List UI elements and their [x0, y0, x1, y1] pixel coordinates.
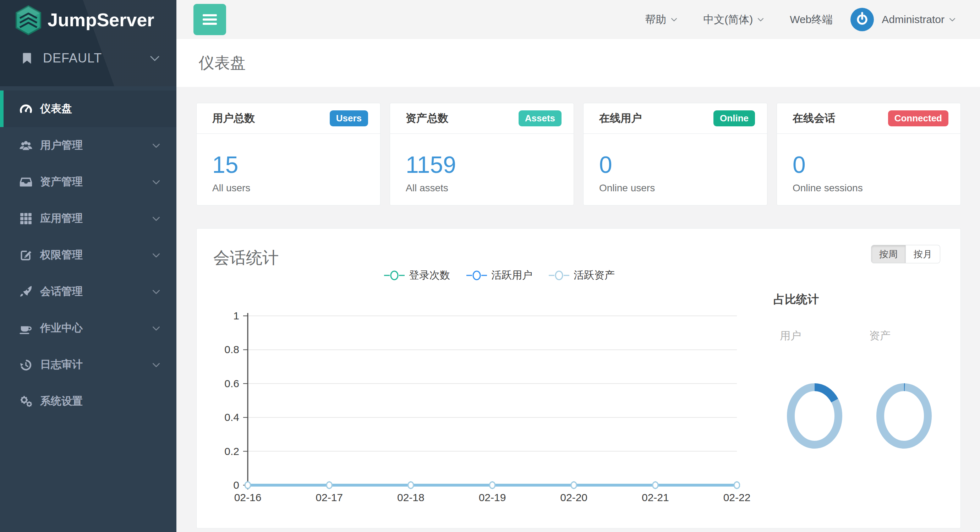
legend-marker-icon: [466, 270, 487, 281]
topbar: 帮助 中文(简体) Web终端: [177, 0, 980, 39]
chevron-down-icon: [756, 15, 765, 24]
chevron-down-icon: [151, 140, 162, 151]
svg-text:02-20: 02-20: [560, 492, 587, 503]
user-menu[interactable]: Administrator: [882, 13, 956, 25]
chart-legend: 登录次数活跃用户活跃资产: [384, 268, 631, 283]
svg-text:0: 0: [233, 479, 239, 491]
stat-title: 资产总数: [406, 111, 448, 125]
chevron-down-icon: [151, 323, 162, 333]
stat-card-header: 在线会话 Connected: [777, 103, 961, 134]
stat-value: 0: [599, 153, 751, 176]
help-menu[interactable]: 帮助: [645, 13, 678, 27]
stat-badge-0: Users: [330, 110, 368, 126]
svg-text:1: 1: [233, 310, 239, 322]
jumpserver-hexagon-logo-icon: [14, 5, 43, 35]
sidebar-item-dashboard[interactable]: 仪表盘: [0, 91, 177, 127]
stat-label: All assets: [406, 183, 558, 194]
stat-title: 用户总数: [212, 111, 255, 125]
page-heading: 仪表盘: [177, 39, 980, 87]
chevron-down-icon: [148, 51, 162, 65]
sidebar-item-applications[interactable]: 应用管理: [0, 200, 177, 237]
legend-item[interactable]: 登录次数: [384, 268, 450, 283]
ratio-label-users: 用户: [780, 329, 801, 343]
month-toggle-button[interactable]: 按月: [906, 245, 940, 264]
svg-text:02-16: 02-16: [234, 492, 262, 503]
svg-text:02-21: 02-21: [642, 492, 669, 503]
sidebar-item-assets[interactable]: 资产管理: [0, 164, 177, 200]
chevron-down-icon: [151, 286, 162, 297]
sidebar-item-label: 作业中心: [40, 321, 83, 335]
rocket-icon: [19, 284, 33, 299]
ratio-label-assets: 资产: [869, 329, 891, 343]
user-avatar[interactable]: [850, 8, 874, 31]
legend-marker-icon: [384, 270, 405, 281]
panel-title: 会话统计: [213, 247, 278, 269]
dashboard-icon: [19, 102, 33, 116]
sidebar-item-jobs[interactable]: 作业中心: [0, 310, 177, 346]
stat-card-body: 15 All users: [197, 134, 380, 194]
main-area: 帮助 中文(简体) Web终端: [177, 0, 980, 532]
ratio-donut-charts: [750, 367, 935, 463]
language-label: 中文(简体): [703, 13, 753, 27]
language-menu[interactable]: 中文(简体): [703, 13, 765, 27]
sidebar-item-settings[interactable]: 系统设置: [0, 383, 177, 419]
org-name: DEFAULT: [43, 51, 148, 66]
chevron-down-icon: [151, 177, 162, 187]
legend-item[interactable]: 活跃资产: [549, 268, 615, 283]
stat-label: Online users: [599, 183, 751, 194]
stat-badge-2: Online: [713, 110, 755, 126]
week-toggle-button[interactable]: 按周: [871, 245, 906, 264]
username: Administrator: [882, 13, 945, 25]
period-toggle: 按周 按月: [871, 245, 940, 264]
stat-card-body: 0 Online sessions: [777, 134, 961, 194]
web-terminal-link[interactable]: Web终端: [790, 13, 833, 27]
sidebar-collapse-button[interactable]: [193, 4, 226, 35]
stat-label: All users: [212, 183, 364, 194]
svg-text:0.8: 0.8: [224, 343, 239, 355]
help-label: 帮助: [645, 13, 666, 27]
stat-badge-3: Connected: [888, 110, 948, 126]
svg-text:0.4: 0.4: [224, 411, 239, 423]
sidebar-item-audits[interactable]: 日志审计: [0, 346, 177, 383]
sidebar-item-sessions[interactable]: 会话管理: [0, 273, 177, 310]
stat-badge-1: Assets: [519, 110, 562, 126]
sidebar-item-permissions[interactable]: 权限管理: [0, 237, 177, 273]
brand-name: JumpServer: [48, 9, 154, 30]
grid-icon: [19, 211, 33, 226]
sidebar-item-label: 资产管理: [40, 175, 83, 189]
active-indicator: [0, 91, 3, 127]
svg-text:02-17: 02-17: [315, 492, 343, 503]
legend-marker-icon: [549, 270, 570, 281]
chevron-down-icon: [151, 359, 162, 370]
sidebar: JumpServer DEFAULT 仪表盘用户管理资产管理应用管理权限管理会话…: [0, 0, 177, 532]
history-icon: [19, 358, 33, 372]
sidebar-item-label: 用户管理: [40, 138, 83, 152]
stat-title: 在线会话: [792, 111, 835, 125]
stat-value: 1159: [406, 153, 558, 176]
stat-card-body: 0 Online users: [584, 134, 767, 194]
ratio-title: 占比统计: [773, 292, 819, 307]
session-stats-panel: 会话统计 登录次数活跃用户活跃资产 按周 按月 00.20.40.60.8102…: [196, 228, 961, 529]
stat-card-header: 资产总数 Assets: [390, 103, 574, 134]
sidebar-item-label: 日志审计: [40, 357, 83, 372]
org-selector[interactable]: DEFAULT: [0, 40, 177, 77]
stat-card-header: 在线用户 Online: [584, 103, 767, 134]
users-icon: [19, 138, 33, 152]
session-line-chart: 00.20.40.60.8102-1602-1702-1802-1902-200…: [197, 310, 765, 513]
chevron-down-icon: [151, 213, 162, 224]
brand-logo[interactable]: JumpServer: [0, 0, 177, 40]
stat-cards-row: 用户总数 Users 15 All users 资产总数 Assets 1159: [196, 103, 961, 205]
stat-card-header: 用户总数 Users: [197, 103, 380, 134]
svg-text:02-18: 02-18: [397, 492, 425, 503]
legend-item[interactable]: 活跃用户: [466, 268, 532, 283]
inbox-icon: [19, 175, 33, 189]
stat-value: 0: [792, 153, 945, 176]
chevron-down-icon: [948, 15, 956, 24]
sidebar-item-users[interactable]: 用户管理: [0, 127, 177, 164]
content: 用户总数 Users 15 All users 资产总数 Assets 1159: [177, 87, 980, 529]
page-title: 仪表盘: [199, 52, 246, 73]
chevron-down-icon: [151, 250, 162, 260]
stat-value: 15: [212, 153, 364, 176]
stat-card-body: 1159 All assets: [390, 134, 574, 194]
sidebar-item-label: 权限管理: [40, 248, 83, 262]
